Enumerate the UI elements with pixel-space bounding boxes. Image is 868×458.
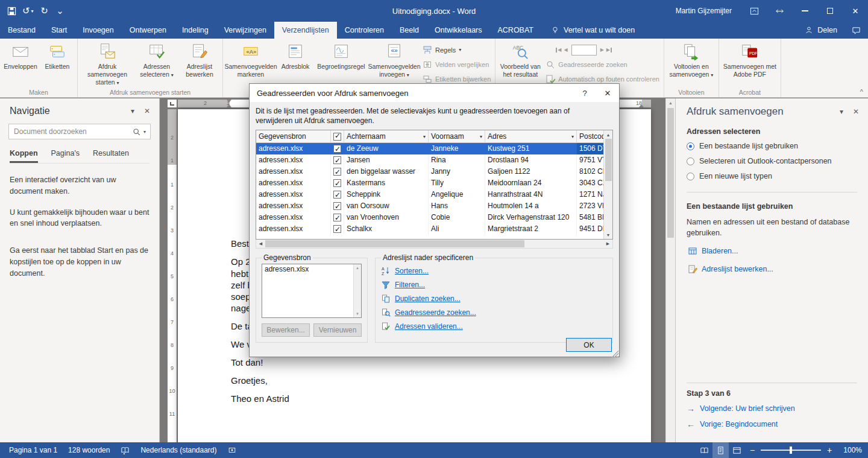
recipient-row[interactable]: adressen.xlsx Scheppink Angelique Hanrat… <box>256 189 603 200</box>
dialog-close-button[interactable]: ✕ <box>596 84 619 102</box>
dialog-help-button[interactable]: ? <box>573 84 596 102</box>
scroll-right-icon[interactable]: ▶ <box>603 241 612 246</box>
recipient-row[interactable]: adressen.xlsx van Vroenhoven Cobie Dirck… <box>256 212 603 223</box>
column-header-firstname[interactable]: Voornaam▾ <box>429 130 485 143</box>
recipient-checkbox[interactable] <box>331 223 344 235</box>
data-source-item[interactable]: adressen.xlsx <box>262 264 361 274</box>
preview-results-button[interactable]: ABC Voorbeeld van het resultaat <box>497 40 543 85</box>
macro-record-button[interactable] <box>222 442 242 458</box>
ribbon-display-options-button[interactable] <box>741 0 767 22</box>
recipient-checkbox[interactable] <box>331 200 344 212</box>
search-button[interactable]: ▾ <box>128 124 150 139</box>
sort-dropdown-icon[interactable]: ▾ <box>421 134 426 139</box>
scrollbar-thumb[interactable] <box>265 240 524 247</box>
wizard-next-link[interactable]: → Volgende: Uw brief schrijven <box>687 404 857 413</box>
scroll-left-icon[interactable]: ◀ <box>256 241 265 246</box>
list-scrollbar[interactable]: ▲ ▼ <box>353 264 361 317</box>
data-source-list[interactable]: adressen.xlsx ▲ ▼ <box>262 264 362 318</box>
ribbon-tab[interactable]: Ontwerpen <box>122 22 174 39</box>
navigation-tab[interactable]: Pagina's <box>51 149 80 163</box>
scrollbar-thumb[interactable] <box>605 139 612 181</box>
pane-options-caret-icon[interactable]: ▾ <box>125 107 140 115</box>
edit-source-button[interactable]: Bewerken... <box>262 323 310 337</box>
close-button[interactable]: ✕ <box>843 0 868 22</box>
ribbon-tab[interactable]: Bestand <box>0 22 43 39</box>
language-indicator[interactable]: Nederlands (standaard) <box>135 442 222 458</box>
minimize-button[interactable] <box>792 0 817 22</box>
pane-close-icon[interactable]: ✕ <box>849 107 863 116</box>
merge-to-adobe-pdf-button[interactable]: PDF Samenvoegen met Adobe PDF <box>721 40 779 85</box>
greeting-line-button[interactable]: Begroetingsregel <box>314 40 368 85</box>
find-recipient-button[interactable]: Geadresseerde zoeken <box>546 58 659 71</box>
word-count[interactable]: 128 woorden <box>63 442 115 458</box>
ribbon-tab[interactable]: Verzendlijsten <box>274 22 337 39</box>
edit-recipient-list-link[interactable]: Adreslijst bewerken... <box>688 264 857 274</box>
select-recipients-button[interactable]: Adressen selecteren ▾ <box>135 40 178 85</box>
column-header-lastname[interactable]: Achternaam▾ <box>344 130 429 143</box>
sort-link[interactable]: AZ Sorteren... <box>381 264 607 278</box>
scrollbar-thumb[interactable] <box>667 108 674 238</box>
find-duplicates-link[interactable]: Duplicaten zoeken... <box>381 291 607 305</box>
web-layout-button[interactable] <box>729 442 745 458</box>
pane-close-icon[interactable]: ✕ <box>140 107 154 115</box>
recipient-checkbox[interactable] <box>331 154 344 166</box>
vertical-ruler[interactable]: 21 1234567891011 <box>168 109 177 442</box>
table-horizontal-scrollbar[interactable]: ◀ ▶ <box>256 240 613 249</box>
zoom-in-button[interactable]: + <box>822 445 837 455</box>
ribbon-tab[interactable]: Verwijzingen <box>216 22 274 39</box>
record-number-input[interactable] <box>571 45 597 56</box>
pane-options-caret-icon[interactable]: ▾ <box>834 107 849 116</box>
resize-grip-icon[interactable] <box>611 349 618 357</box>
scroll-up-icon[interactable]: ▲ <box>356 266 359 270</box>
rules-button[interactable]: Regels▾ <box>423 43 491 56</box>
right-indent-marker[interactable] <box>639 102 644 107</box>
ribbon-tab[interactable]: ACROBAT <box>490 22 542 39</box>
recipient-source-radio[interactable]: Een bestaande lijst gebruiken <box>687 142 857 150</box>
ribbon-tab[interactable]: Invoegen <box>75 22 121 39</box>
collapse-ribbon-button[interactable]: ^ <box>860 88 863 95</box>
navigation-tab[interactable]: Koppen <box>10 149 38 163</box>
save-button[interactable] <box>4 2 19 19</box>
labels-button[interactable]: Etiketten <box>39 40 75 85</box>
zoom-percentage[interactable]: 100% <box>837 446 862 454</box>
highlight-merge-fields-button[interactable]: «A» Samenvoegvelden markeren <box>225 40 277 85</box>
recipient-row[interactable]: adressen.xlsx Kastermans Tilly Meidoornl… <box>256 177 603 189</box>
zoom-slider-thumb[interactable] <box>790 447 792 454</box>
recipient-row[interactable]: adressen.xlsx Jansen Rina Drostlaan 94 9… <box>256 154 603 166</box>
tab-selector[interactable] <box>168 100 177 107</box>
sort-dropdown-icon[interactable]: ▾ <box>478 134 482 139</box>
ribbon-tab[interactable]: Controleren <box>337 22 392 39</box>
switch-windows-button[interactable] <box>767 0 792 22</box>
hanging-indent-marker[interactable] <box>227 102 231 107</box>
finish-merge-button[interactable]: Voltooien en samenvoegen ▾ <box>666 40 717 85</box>
recipient-row[interactable]: adressen.xlsx van Oorsouw Hans Houtmolen… <box>256 200 603 212</box>
match-fields-button[interactable]: Velden vergelijken <box>423 58 491 71</box>
recipient-source-radio[interactable]: Selecteren uit Outlook-contactpersonen <box>687 157 857 165</box>
recipient-row[interactable]: adressen.xlsx den biggelaar wasser Janny… <box>256 166 603 177</box>
scroll-down-icon[interactable]: ▼ <box>356 312 359 316</box>
recipient-checkbox[interactable] <box>331 143 344 154</box>
read-mode-button[interactable] <box>696 442 712 458</box>
recipient-checkbox[interactable] <box>331 166 344 177</box>
previous-record-button[interactable]: ◀ <box>564 47 567 52</box>
recipient-row[interactable]: adressen.xlsx Schalkx Ali Margrietstraat… <box>256 223 603 235</box>
edit-recipient-list-button[interactable]: Adreslijst bewerken <box>178 40 221 85</box>
maximize-button[interactable] <box>817 0 843 22</box>
scroll-down-icon[interactable]: ▼ <box>604 231 612 239</box>
column-header-source[interactable]: Gegevensbron <box>256 130 331 143</box>
redo-button[interactable]: ↻ <box>37 2 52 19</box>
address-block-button[interactable]: Adresblok <box>277 40 314 85</box>
wizard-previous-link[interactable]: ← Vorige: Begindocument <box>687 419 857 429</box>
zoom-slider[interactable] <box>761 450 821 451</box>
share-button[interactable]: Delen <box>797 26 844 34</box>
tell-me-box[interactable]: Vertel wat u wilt doen <box>544 22 642 39</box>
ribbon-tab[interactable]: Start <box>43 22 75 39</box>
start-mail-merge-button[interactable]: Afdruk samenvoegen starten ▾ <box>80 40 135 86</box>
ribbon-tab[interactable]: Indeling <box>174 22 216 39</box>
comments-button[interactable] <box>844 26 868 35</box>
refresh-source-button[interactable]: Vernieuwen <box>313 323 362 337</box>
customize-qat-button[interactable]: ⌄ <box>52 2 68 19</box>
document-scrollbar[interactable]: ▲ <box>665 98 675 442</box>
zoom-out-button[interactable]: − <box>745 445 760 455</box>
envelopes-button[interactable]: Enveloppen <box>2 40 39 85</box>
